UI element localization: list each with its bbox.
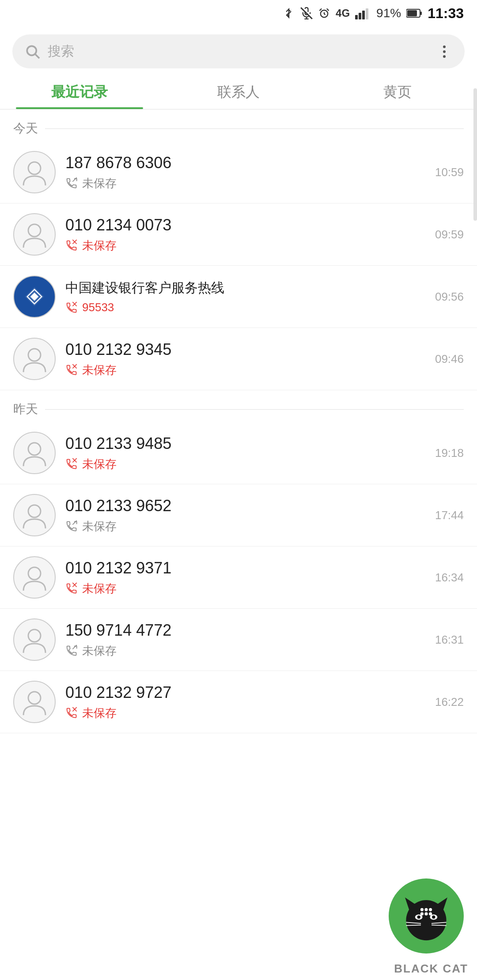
call-info: 010 2133 9485 未保存: [65, 434, 425, 472]
call-sub-label: 未保存: [82, 362, 117, 378]
svg-rect-9: [407, 10, 417, 16]
call-sub-label: 未保存: [82, 705, 117, 721]
call-item[interactable]: 010 2133 9652 未保存 17:44: [0, 484, 477, 547]
call-sub: 未保存: [65, 643, 425, 659]
avatar: [13, 338, 56, 380]
svg-point-27: [28, 443, 41, 455]
call-sub: 未保存: [65, 456, 425, 472]
call-item[interactable]: 中国建设银行客户服务热线 95533 09:56: [0, 266, 477, 328]
call-type-icon: [65, 177, 78, 189]
section-divider: [45, 128, 464, 129]
svg-point-35: [28, 629, 41, 642]
call-number: 010 2133 9485: [65, 434, 425, 453]
missed-call-icon: [65, 302, 78, 314]
svg-point-13: [28, 162, 41, 174]
call-time: 16:31: [435, 633, 464, 647]
svg-line-2: [320, 9, 322, 11]
svg-point-55: [424, 912, 428, 916]
svg-line-14: [72, 177, 76, 181]
tab-contacts[interactable]: 联系人: [159, 73, 318, 109]
call-sub-label: 未保存: [82, 581, 117, 596]
battery-icon: [406, 8, 422, 18]
person-icon: [19, 219, 50, 250]
call-number: 150 9714 4772: [65, 621, 425, 640]
incoming-call-icon: [65, 645, 78, 657]
call-info: 中国建设银行客户服务热线 95533: [65, 279, 425, 314]
alarm-icon: [318, 7, 330, 19]
missed-call-icon: [65, 458, 78, 470]
more-menu-button[interactable]: [436, 44, 452, 60]
svg-point-42: [406, 900, 446, 940]
call-info: 187 8678 6306 未保存: [65, 154, 425, 191]
call-type-icon: [65, 364, 78, 376]
call-sub: 未保存: [65, 519, 425, 534]
person-icon: [19, 500, 50, 531]
blackcat-circle: [389, 878, 464, 954]
call-item[interactable]: 150 9714 4772 未保存 16:31: [0, 609, 477, 671]
missed-call-icon: [65, 707, 78, 719]
status-time: 11:33: [428, 5, 464, 22]
call-time: 09:56: [435, 290, 464, 304]
svg-point-43: [415, 914, 423, 920]
incoming-call-icon: [65, 177, 78, 189]
svg-point-11: [27, 46, 36, 55]
svg-point-54: [420, 912, 424, 916]
call-sub: 95533: [65, 301, 425, 314]
svg-line-48: [406, 925, 421, 925]
call-time: 16:34: [435, 571, 464, 584]
section-divider: [45, 409, 464, 410]
call-type-icon: [65, 645, 78, 657]
call-time: 16:22: [435, 695, 464, 709]
svg-point-30: [28, 505, 41, 517]
call-info: 150 9714 4772 未保存: [65, 621, 425, 659]
search-bar[interactable]: 搜索: [12, 34, 465, 68]
svg-point-44: [430, 914, 437, 920]
avatar: [13, 494, 56, 536]
call-type-icon: [65, 707, 78, 719]
person-icon: [19, 343, 50, 374]
status-icons: 4G 91% 11:33: [283, 5, 464, 22]
tab-recent[interactable]: 最近记录: [0, 73, 159, 109]
call-type-icon: [65, 302, 78, 314]
call-time: 09:46: [435, 352, 464, 366]
call-time: 17:44: [435, 509, 464, 522]
svg-line-49: [432, 922, 447, 923]
blackcat-logo: [400, 890, 453, 942]
call-info: 010 2132 9345 未保存: [65, 340, 425, 378]
battery-percent: 91%: [376, 6, 401, 20]
call-item[interactable]: 010 2134 0073 未保存 09:59: [0, 204, 477, 266]
call-item[interactable]: 010 2133 9485 未保存 19:18: [0, 422, 477, 484]
bluetooth-icon: [283, 7, 295, 19]
call-item[interactable]: 010 2132 9345 未保存 09:46: [0, 328, 477, 390]
call-item[interactable]: 010 2132 9727 未保存 16:22: [0, 671, 477, 733]
section-yesterday: 昨天 010 2133 9485 未保存 1: [0, 390, 477, 733]
call-item[interactable]: 187 8678 6306 未保存 10:59: [0, 141, 477, 204]
call-type-icon: [65, 520, 78, 532]
call-info: 010 2132 9371 未保存: [65, 559, 425, 596]
person-icon: [19, 437, 50, 468]
section-title-yesterday: 昨天: [13, 401, 38, 418]
call-item[interactable]: 010 2132 9371 未保存 16:34: [0, 547, 477, 609]
call-info: 010 2132 9727 未保存: [65, 683, 425, 721]
scrollbar[interactable]: [473, 88, 477, 221]
call-sub: 未保存: [65, 705, 425, 721]
svg-point-53: [429, 908, 432, 911]
svg-line-12: [35, 54, 39, 58]
svg-point-24: [28, 349, 41, 361]
svg-point-52: [424, 908, 428, 911]
call-time: 09:59: [435, 228, 464, 241]
svg-line-36: [72, 645, 76, 649]
blackcat-watermark: BLACK CAT: [353, 883, 477, 980]
avatar: [13, 556, 56, 599]
person-icon: [19, 624, 50, 655]
svg-rect-5: [359, 13, 361, 19]
svg-point-56: [429, 912, 432, 916]
call-number: 187 8678 6306: [65, 154, 425, 172]
call-sub-label: 未保存: [82, 176, 117, 191]
svg-rect-6: [362, 11, 365, 19]
tab-yellowpages[interactable]: 黄页: [318, 73, 477, 109]
avatar: [13, 432, 56, 474]
svg-line-31: [72, 520, 76, 524]
call-number: 010 2132 9371: [65, 559, 425, 577]
svg-rect-10: [420, 11, 422, 15]
